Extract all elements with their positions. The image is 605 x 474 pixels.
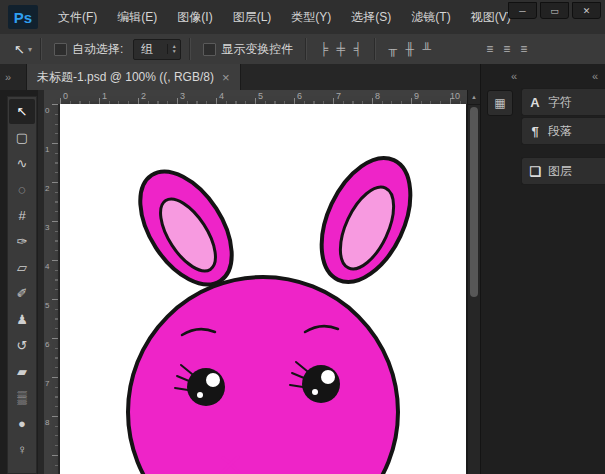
align-top-icon[interactable]: ╥ [384,40,401,58]
blur-tool[interactable]: ● [9,411,35,436]
layers-icon: ❏ [522,164,548,179]
bunny-left-eye [187,368,225,406]
ruler-number: 0 [63,91,68,101]
distribute-left-icon[interactable]: ≡ [481,40,498,58]
eyedropper-tool[interactable]: ✑ [9,229,35,254]
menu-file[interactable]: 文件(F) [48,0,107,34]
panel-button-column: A 字符 ¶ 段落 ❏ 图层 [521,88,605,186]
document-title: 未标题-1.psd @ 100% ((, RGB/8) [37,69,214,86]
lasso-tool[interactable]: ∿ [9,151,35,176]
menu-bar: Ps 文件(F) 编辑(E) 图像(I) 图层(L) 类型(Y) 选择(S) 滤… [0,0,605,35]
brush-tool[interactable]: ✐ [9,281,35,306]
tab-close-icon[interactable]: × [222,70,230,85]
menu-type[interactable]: 类型(Y) [281,0,341,34]
marquee-icon: ▢ [16,131,28,144]
vertical-ruler: 0 1 2 3 4 5 6 7 8 [44,104,59,474]
bunny-right-eye-highlight [321,370,335,384]
layers-panel-button[interactable]: ❏ 图层 [521,157,605,185]
auto-select-target-dropdown[interactable]: 组 ▲ ▼ [133,39,181,60]
auto-select-option: 自动选择: [54,41,123,58]
window-controls: ─ ▭ ✕ [508,2,601,19]
pen-icon: ✒ [17,469,28,474]
pen-tool[interactable]: ✒ [9,463,35,474]
options-bar: ↖ ▾ 自动选择: 组 ▲ ▼ 显示变换控件 ╞ ╪ ╡ ╥ ╫ ╨ ≡ ≡ ≡ [0,34,605,65]
minimize-button[interactable]: ─ [508,2,537,19]
crop-tool[interactable]: # [9,203,35,228]
menu-filter[interactable]: 滤镜(T) [401,0,460,34]
ruler-number: 4 [45,262,49,271]
character-icon: A [522,95,548,110]
show-transform-option: 显示变换控件 [203,41,293,58]
clone-stamp-tool[interactable]: ♟ [9,307,35,332]
blur-icon: ● [18,417,26,430]
toolbar-expand-icon[interactable]: » [5,71,10,83]
move-tool[interactable]: ↖ [9,99,35,124]
quick-selection-tool[interactable]: ◌ [9,177,35,202]
eyedropper-icon: ✑ [17,235,28,248]
dodge-tool[interactable]: ♀ [9,437,35,462]
align-right-icon[interactable]: ╡ [349,40,366,58]
show-transform-label: 显示变换控件 [221,41,293,58]
collapse-icon-column-icon[interactable]: « [511,70,516,82]
ruler-number: 3 [180,91,185,101]
align-center-icon[interactable]: ╪ [332,40,349,58]
panel-dock: « « ▦ A 字符 ¶ 段落 ❏ 图层 [480,64,605,474]
ruler-number: 5 [45,301,49,310]
show-transform-checkbox[interactable] [203,43,216,56]
eraser-tool[interactable]: ▰ [9,359,35,384]
bunny-right-eye [302,365,340,403]
menu-edit[interactable]: 编辑(E) [107,0,167,34]
spin-down-icon: ▼ [172,49,177,54]
character-label: 字符 [548,94,572,111]
photoshop-logo: Ps [8,5,38,29]
spinner-icon[interactable]: ▲ ▼ [167,44,180,54]
auto-select-checkbox[interactable] [54,43,67,56]
collapse-panels-icon[interactable]: « [592,70,597,82]
align-middle-icon[interactable]: ╫ [401,40,418,58]
panel-grid-icon[interactable]: ▦ [487,90,513,116]
ruler-number: 2 [45,184,49,193]
ruler-number: 8 [45,418,49,427]
gradient-tool[interactable]: ▒ [9,385,35,410]
move-icon: ↖ [17,105,28,118]
paragraph-panel-button[interactable]: ¶ 段落 [521,117,605,145]
ruler-number: 4 [219,91,224,101]
ruler-number: 2 [141,91,146,101]
auto-select-label: 自动选择: [72,41,123,58]
divider [189,38,191,60]
ruler-number: 10 [450,91,460,101]
scroll-up-icon[interactable]: ▲ [468,90,480,105]
ruler-number: 8 [375,91,380,101]
ruler-number: 6 [45,340,49,349]
vertical-scrollbar[interactable]: ▲ [467,90,480,474]
align-left-icon[interactable]: ╞ [315,40,332,58]
rectangular-marquee-tool[interactable]: ▢ [9,125,35,150]
maximize-button[interactable]: ▭ [540,2,569,19]
ruler-ticks [52,104,58,474]
ruler-number: 9 [414,91,419,101]
distribute-right-icon[interactable]: ≡ [515,40,532,58]
menu-image[interactable]: 图像(I) [167,0,222,34]
menu-select[interactable]: 选择(S) [341,0,401,34]
character-panel-button[interactable]: A 字符 [521,88,605,116]
spot-healing-brush-tool[interactable]: ▱ [9,255,35,280]
canvas[interactable] [60,104,466,474]
divider [305,38,307,60]
ruler-number: 0 [45,106,49,115]
document-tab[interactable]: 未标题-1.psd @ 100% ((, RGB/8) × [26,64,241,90]
distribute-center-icon[interactable]: ≡ [498,40,515,58]
bunny-left-eye-glint [197,392,203,398]
close-button[interactable]: ✕ [572,2,601,19]
menu-layer[interactable]: 图层(L) [223,0,282,34]
healing-brush-icon: ▱ [17,261,27,274]
paragraph-icon: ¶ [522,124,548,139]
ruler-number: 6 [297,91,302,101]
active-tool-preview[interactable]: ↖ ▾ [14,42,32,57]
history-brush-tool[interactable]: ↺ [9,333,35,358]
ruler-number: 7 [336,91,341,101]
dodge-icon: ♀ [17,443,27,456]
scrollbar-thumb[interactable] [470,107,478,297]
tools-panel: ↖ ▢ ∿ ◌ # ✑ ▱ ✐ ♟ ↺ ▰ ▒ ● ♀ ✒ [7,96,37,474]
align-bottom-icon[interactable]: ╨ [418,40,435,58]
divider [40,38,42,60]
